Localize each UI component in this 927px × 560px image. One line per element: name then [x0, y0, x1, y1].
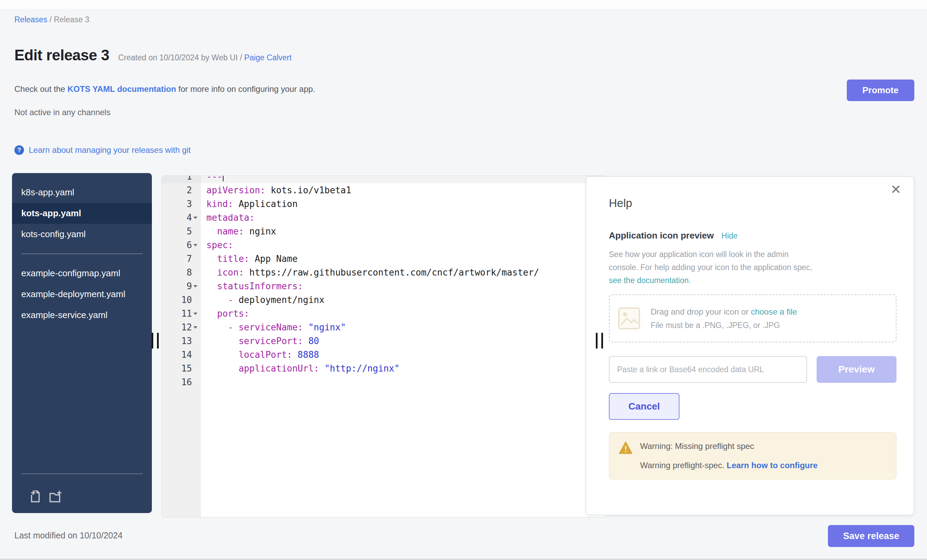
icon-url-row: Preview	[609, 356, 897, 383]
releases-link[interactable]: Releases	[14, 15, 47, 24]
sidebar-file-item[interactable]: kots-app.yaml	[12, 203, 152, 224]
author-link[interactable]: Paige Calvert	[245, 53, 292, 62]
icon-dropzone[interactable]: Drag and drop your icon or choose a file…	[609, 294, 897, 342]
close-icon[interactable]: ✕	[890, 183, 901, 196]
kots-docs-link[interactable]: KOTS YAML documentation	[68, 84, 176, 94]
editor-gutter: 12345678910111213141516	[162, 176, 201, 517]
dropzone-text: Drag and drop your icon or choose a file	[651, 307, 797, 317]
editor-code-area[interactable]: ---apiVersion: kots.io/v1beta1kind: Appl…	[201, 176, 607, 517]
file-tree-sidebar: k8s-app.yamlkots-app.yamlkots-config.yam…	[12, 173, 152, 513]
gutter-line-number[interactable]: 11	[162, 307, 201, 320]
description-line2: console. For help adding your icon to th…	[609, 263, 812, 272]
code-line[interactable]: applicationUrl: "http://nginx"	[201, 361, 607, 375]
fold-arrow-icon[interactable]	[192, 279, 199, 293]
sidebar-file-item[interactable]: example-deployment.yaml	[12, 284, 152, 305]
help-title: Help	[609, 197, 897, 210]
fold-arrow-icon[interactable]	[192, 238, 199, 252]
code-editor[interactable]: 12345678910111213141516 ---apiVersion: k…	[161, 176, 607, 518]
sidebar-file-item[interactable]: example-service.yaml	[12, 305, 152, 326]
file-list: k8s-app.yamlkots-app.yamlkots-config.yam…	[12, 182, 152, 326]
cancel-button[interactable]: Cancel	[609, 393, 679, 420]
save-release-button[interactable]: Save release	[828, 525, 914, 547]
sidebar-file-item[interactable]: example-configmap.yaml	[12, 263, 152, 284]
icon-url-input[interactable]	[609, 356, 807, 383]
fold-arrow-slot	[192, 348, 199, 361]
gutter-line-number: 13	[162, 334, 201, 348]
code-line[interactable]: kind: Application	[201, 197, 607, 211]
code-line[interactable]: title: App Name	[201, 252, 607, 266]
add-file-icon[interactable]	[29, 490, 41, 504]
preview-button[interactable]: Preview	[817, 356, 897, 383]
dropzone-prefix: Drag and drop your icon or	[651, 307, 751, 316]
sidebar-file-item[interactable]: kots-config.yaml	[12, 224, 152, 245]
warning-title: Warning: Missing preflight spec	[640, 442, 818, 451]
choose-file-link[interactable]: choose a file	[751, 307, 797, 316]
code-line[interactable]: - deployment/nginx	[201, 293, 607, 307]
fold-arrow-slot	[192, 361, 199, 375]
page-title: Edit release 3	[14, 47, 109, 64]
gutter-line-number: 3	[162, 197, 201, 211]
sidebar-file-item[interactable]: k8s-app.yaml	[12, 182, 152, 203]
promote-button[interactable]: Promote	[847, 79, 914, 101]
fold-arrow-icon[interactable]	[192, 211, 199, 225]
code-line[interactable]: statusInformers:	[201, 279, 607, 293]
sidebar-resize-handle[interactable]	[152, 333, 159, 349]
gutter-line-number: 15	[162, 361, 201, 375]
top-strip	[0, 0, 927, 9]
warning-box: Warning: Missing preflight spec Warning …	[609, 432, 897, 480]
doc-suffix: for more info on configuring your app.	[176, 84, 315, 94]
image-placeholder-icon	[618, 307, 640, 330]
dropzone-subtext: File must be a .PNG, .JPEG, or .JPG	[651, 321, 797, 330]
code-line[interactable]: ports:	[201, 307, 607, 320]
code-line[interactable]: spec:	[201, 238, 607, 252]
doc-prefix: Check out the	[14, 84, 68, 94]
gutter-line-number: 5	[162, 225, 201, 238]
sidebar-divider	[21, 253, 143, 254]
warning-icon	[619, 442, 632, 454]
breadcrumb-separator: /	[47, 15, 54, 24]
sidebar-bottom-divider	[21, 473, 143, 474]
gutter-line-number[interactable]: 9	[162, 279, 201, 293]
doc-info: Check out the KOTS YAML documentation fo…	[14, 84, 315, 94]
configure-link[interactable]: Learn how to configure	[727, 461, 818, 470]
code-line[interactable]: metadata:	[201, 211, 607, 225]
fold-arrow-slot	[192, 225, 199, 238]
dropzone-text-block: Drag and drop your icon or choose a file…	[651, 307, 797, 330]
main-area: k8s-app.yamlkots-app.yamlkots-config.yam…	[12, 173, 914, 518]
code-line[interactable]	[201, 375, 607, 389]
section-title: Application icon preview	[609, 230, 714, 241]
gutter-line-number[interactable]: 6	[162, 238, 201, 252]
breadcrumb-current: Release 3	[54, 15, 90, 24]
description-line1: See how your application icon will look …	[609, 250, 789, 259]
gutter-line-number: 1	[162, 176, 201, 184]
sidebar-spacer	[12, 326, 152, 465]
code-line[interactable]: name: nginx	[201, 225, 607, 238]
add-folder-icon[interactable]	[49, 490, 62, 504]
bottom-edge	[0, 558, 927, 560]
fold-arrow-icon[interactable]	[192, 307, 199, 320]
docs-link[interactable]: see the documentation	[609, 276, 689, 285]
warning-texts: Warning: Missing preflight spec Warning …	[640, 442, 818, 470]
code-line[interactable]: apiVersion: kots.io/v1beta1	[201, 184, 607, 197]
gutter-line-number[interactable]: 12	[162, 320, 201, 334]
warning-text: Warning preflight-spec. Learn how to con…	[640, 461, 818, 470]
code-line[interactable]: servicePort: 80	[201, 334, 607, 348]
docs-suffix: .	[689, 276, 691, 285]
git-learn-link[interactable]: Learn about managing your releases with …	[29, 145, 191, 155]
warning-text-prefix: Warning preflight-spec.	[640, 461, 727, 470]
code-line[interactable]: - serviceName: "nginx"	[201, 320, 607, 334]
code-line[interactable]: ---	[201, 176, 607, 184]
fold-arrow-slot	[192, 197, 199, 211]
gutter-line-number[interactable]: 4	[162, 211, 201, 225]
fold-arrow-icon[interactable]	[192, 320, 199, 334]
gutter-line-number: 14	[162, 348, 201, 361]
help-panel: ✕ Help Application icon preview Hide See…	[586, 176, 914, 515]
hide-link[interactable]: Hide	[721, 231, 737, 241]
channel-status: Not active in any channels	[14, 108, 110, 117]
gutter-line-number: 2	[162, 184, 201, 197]
fold-arrow-slot	[192, 252, 199, 266]
code-line[interactable]: icon: https://raw.githubusercontent.com/…	[201, 266, 607, 279]
help-resize-handle[interactable]	[596, 333, 603, 349]
code-line[interactable]: localPort: 8888	[201, 348, 607, 361]
icon-preview-section-header: Application icon preview Hide	[609, 230, 897, 241]
